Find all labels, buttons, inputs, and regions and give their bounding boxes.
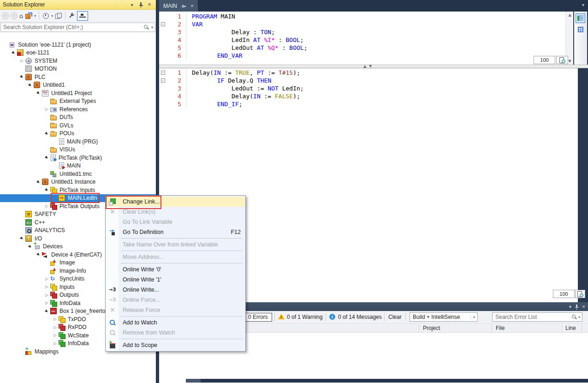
clear-button[interactable]: Clear (388, 313, 402, 320)
code-line[interactable]: 4 Delay(IN := FALSE); (159, 92, 578, 100)
tree-item[interactable]: External Types (0, 97, 156, 106)
column-header-file[interactable]: File (496, 325, 505, 331)
chevron-down-icon[interactable]: ▾ (34, 14, 36, 18)
search-icon[interactable] (143, 24, 149, 30)
code-pane-declarations[interactable]: 1PROGRAM MAIN-2VAR3 Delay : TON;4 LedIn … (159, 12, 573, 65)
code-line[interactable]: 5 LedOut AT %Q* : BOOL; (159, 44, 573, 52)
code-line[interactable]: 6 END_VAR (159, 52, 573, 60)
code-line[interactable]: 3 Delay : TON; (159, 28, 573, 36)
search-input[interactable]: Search Solution Explorer (Ctrl+;) ▾ (0, 23, 155, 32)
pin-icon[interactable] (181, 4, 186, 8)
tree-item[interactable]: MAIN (0, 162, 156, 170)
column-separator[interactable] (562, 324, 562, 332)
collapsed-arrow-icon[interactable]: ▷ (43, 204, 50, 208)
expanded-arrow-icon[interactable]: ▶ (43, 307, 51, 315)
tree-item[interactable]: ▶PlcTask Inputs (0, 186, 156, 194)
menu-item[interactable]: Online Write... (106, 285, 245, 295)
expanded-arrow-icon[interactable]: ▶ (43, 186, 51, 194)
error-list-search-input[interactable]: Search Error List ▾ (492, 312, 582, 322)
expanded-arrow-icon[interactable]: ▶ (26, 81, 34, 89)
chevron-down-icon[interactable]: ▾ (149, 25, 155, 30)
code-line[interactable]: -2 IF Delay.Q THEN (159, 77, 578, 84)
pending-filter-icon[interactable] (42, 12, 49, 19)
fold-marker[interactable]: - (159, 69, 166, 77)
column-separator[interactable] (492, 324, 492, 332)
splitter-arrows-icon[interactable]: ▲▼ (363, 64, 374, 68)
pin-icon[interactable] (574, 304, 579, 310)
text-view-button[interactable] (576, 13, 585, 23)
pane-splitter[interactable]: ▲▼ (159, 65, 588, 68)
tree-item[interactable]: ▶eoe-1121 (0, 49, 156, 57)
code-line[interactable]: -1Delay(IN := TRUE, PT := T#1S); (159, 69, 578, 77)
menu-item[interactable]: Add to Watch (106, 317, 245, 328)
search-icon[interactable] (571, 314, 577, 320)
collapsed-arrow-icon[interactable]: ▷ (52, 325, 59, 329)
column-separator[interactable] (582, 324, 582, 332)
close-icon[interactable]: × (146, 1, 153, 8)
collapsed-arrow-icon[interactable]: ▷ (43, 285, 50, 289)
collapsed-arrow-icon[interactable]: ▷ (43, 301, 50, 305)
tree-item[interactable]: MAIN (PRG) (0, 138, 156, 146)
chevron-down-icon[interactable]: ▾ (577, 315, 582, 319)
tab-main[interactable]: MAIN × (159, 0, 198, 12)
collapsed-arrow-icon[interactable]: ▷ (43, 107, 50, 111)
forward-icon[interactable]: › (11, 12, 18, 19)
tree-item[interactable]: ▶Untitled1 (0, 81, 156, 90)
code-line[interactable]: -2VAR (159, 20, 573, 28)
tab-list-chevron-icon[interactable]: ▾ (582, 2, 584, 7)
filter-dropdown[interactable]: Build + IntelliSense ▾ (410, 312, 478, 322)
fold-marker[interactable]: - (159, 77, 166, 84)
zoom-button[interactable] (575, 290, 585, 298)
column-header-project[interactable]: Project (423, 325, 440, 331)
column-separator[interactable] (419, 324, 419, 332)
tree-item[interactable]: VISUs (0, 146, 156, 154)
code-line[interactable]: 4 LedIn AT %I* : BOOL; (159, 36, 573, 44)
tree-item[interactable]: Solution 'eoe-1121' (1 project) (0, 41, 156, 49)
messages-filter-button[interactable]: 0 of 14 Messages (338, 313, 382, 320)
expanded-arrow-icon[interactable]: ▶ (35, 178, 42, 186)
expanded-arrow-icon[interactable]: ▶ (18, 234, 26, 242)
table-view-button[interactable] (576, 24, 585, 34)
code-line[interactable]: 3 LedOut := NOT LedIn; (159, 84, 578, 92)
collapsed-arrow-icon[interactable]: ▷ (52, 341, 59, 346)
expanded-arrow-icon[interactable]: ▶ (43, 154, 51, 162)
collapse-box-icon[interactable]: - (161, 71, 165, 75)
tree-item[interactable]: DUTs (0, 114, 156, 122)
expanded-arrow-icon[interactable]: ▶ (35, 251, 42, 258)
pin-icon[interactable] (137, 1, 144, 8)
tree-item[interactable]: ▶PLC (0, 73, 156, 81)
menu-item[interactable]: Go To DefinitionF12 (106, 227, 245, 237)
warnings-filter-button[interactable]: 0 of 1 Warning (287, 313, 323, 320)
menu-item[interactable]: Online Write '0' (106, 264, 245, 275)
collapse-box-icon[interactable]: - (161, 22, 165, 26)
collapsed-arrow-icon[interactable]: ▷ (52, 317, 59, 321)
tree-item[interactable]: ▶Untitled1 Project (0, 89, 156, 97)
expanded-arrow-icon[interactable]: ▶ (35, 89, 42, 97)
menu-item[interactable]: Change Link... (106, 197, 245, 207)
back-icon[interactable]: ‹ (2, 12, 9, 19)
tree-item[interactable]: ▷SYSTEM (0, 57, 156, 65)
column-header-line[interactable]: Line (565, 325, 576, 331)
code-line[interactable]: 1PROGRAM MAIN (159, 12, 573, 20)
sync-with-active-document-icon[interactable] (55, 12, 62, 19)
menu-item[interactable]: Online Write '1' (106, 275, 245, 285)
code-line[interactable]: 5 END_IF; (159, 100, 578, 108)
properties-icon[interactable] (68, 12, 75, 19)
expanded-arrow-icon[interactable]: ▶ (18, 73, 26, 81)
zoom-level-field[interactable]: 100 (553, 290, 575, 298)
zoom-button[interactable] (556, 56, 568, 64)
collapse-box-icon[interactable]: - (161, 78, 165, 83)
window-position-icon[interactable]: ▾ (128, 1, 136, 8)
tree-item[interactable]: ▷References (0, 105, 156, 114)
collapsed-arrow-icon[interactable]: ▷ (43, 293, 50, 297)
window-position-icon[interactable]: ▾ (569, 304, 571, 309)
tree-item[interactable]: ▶PlcTask (PlcTask) (0, 154, 156, 162)
preview-selected-items-toggle[interactable] (77, 11, 88, 21)
close-icon[interactable]: × (190, 3, 194, 9)
zoom-level-field[interactable]: 100 (534, 56, 555, 64)
tree-item[interactable]: ▶Untitled1 Instance (0, 178, 156, 186)
collapsed-arrow-icon[interactable]: ▷ (43, 277, 50, 281)
errors-filter-button[interactable]: 0 Errors (244, 313, 272, 322)
tree-item[interactable]: MOTION (0, 65, 156, 73)
menu-item[interactable]: Add to Scope (106, 340, 245, 350)
